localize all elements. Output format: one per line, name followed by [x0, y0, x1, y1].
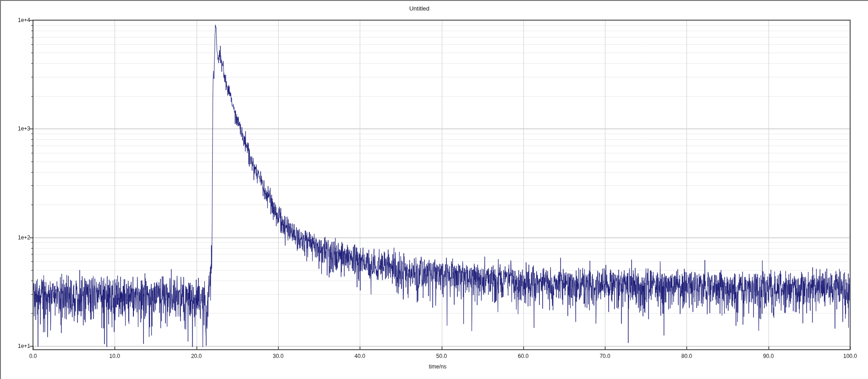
- x-tick-label: 50.0: [436, 353, 447, 359]
- chart-canvas[interactable]: [1, 1, 868, 379]
- plot-window: Untitled time/ns 0.010.020.030.040.050.0…: [0, 0, 868, 379]
- x-tick-label: 10.0: [110, 353, 120, 359]
- y-tick-label: 1e+3: [18, 125, 30, 132]
- chart-title: Untitled: [409, 5, 429, 12]
- x-tick-label: 90.0: [763, 353, 774, 359]
- x-tick-label: 80.0: [681, 353, 692, 359]
- x-tick-label: 20.0: [191, 353, 202, 359]
- y-tick-label: 1e+2: [18, 234, 30, 241]
- x-tick-label: 30.0: [273, 353, 283, 359]
- x-tick-label: 100.0: [843, 353, 857, 359]
- x-axis-title: time/ns: [429, 363, 447, 370]
- y-tick-label: 1e+4: [18, 17, 30, 23]
- x-tick-label: 0.0: [29, 353, 37, 359]
- x-tick-label: 60.0: [518, 353, 528, 359]
- y-tick-label: 1e+1: [18, 343, 30, 349]
- x-tick-label: 40.0: [355, 353, 365, 359]
- x-tick-label: 70.0: [599, 353, 610, 359]
